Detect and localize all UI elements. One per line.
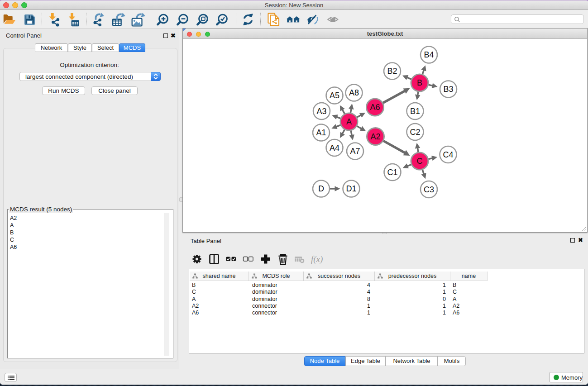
svg-text:A2: A2: [370, 132, 380, 141]
svg-text:A7: A7: [350, 147, 360, 156]
svg-text:A8: A8: [349, 88, 359, 97]
svg-text:B: B: [417, 78, 422, 87]
svg-text:A5: A5: [330, 91, 339, 100]
svg-text:B3: B3: [443, 85, 453, 94]
svg-text:C: C: [417, 157, 423, 166]
svg-text:A4: A4: [330, 143, 339, 152]
svg-text:C4: C4: [443, 150, 453, 159]
svg-text:C3: C3: [424, 185, 434, 194]
svg-text:C2: C2: [410, 128, 420, 137]
svg-text:f(x): f(x): [311, 254, 323, 264]
svg-text:D1: D1: [346, 184, 356, 193]
svg-text:A1: A1: [316, 128, 326, 137]
svg-text:A6: A6: [370, 103, 380, 112]
svg-text:A: A: [346, 117, 352, 126]
svg-text:B1: B1: [410, 107, 420, 116]
svg-text:B4: B4: [424, 50, 434, 59]
svg-text:B2: B2: [387, 67, 397, 76]
svg-text:A3: A3: [316, 107, 326, 116]
svg-text:C1: C1: [387, 168, 397, 177]
svg-text:D: D: [318, 184, 324, 193]
